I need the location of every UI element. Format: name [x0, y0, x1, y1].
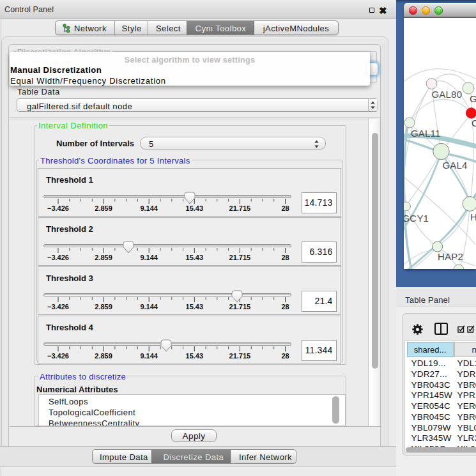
svg-text:H: H	[470, 211, 476, 222]
svg-text:GCY1: GCY1	[404, 213, 429, 224]
svg-text:GA: GA	[470, 93, 476, 104]
svg-text:HAP2: HAP2	[438, 251, 463, 262]
svg-text:GAL4: GAL4	[443, 160, 468, 171]
svg-text:GAL80: GAL80	[432, 89, 463, 100]
svg-text:C: C	[472, 118, 476, 128]
svg-text:GAL11: GAL11	[411, 128, 441, 139]
